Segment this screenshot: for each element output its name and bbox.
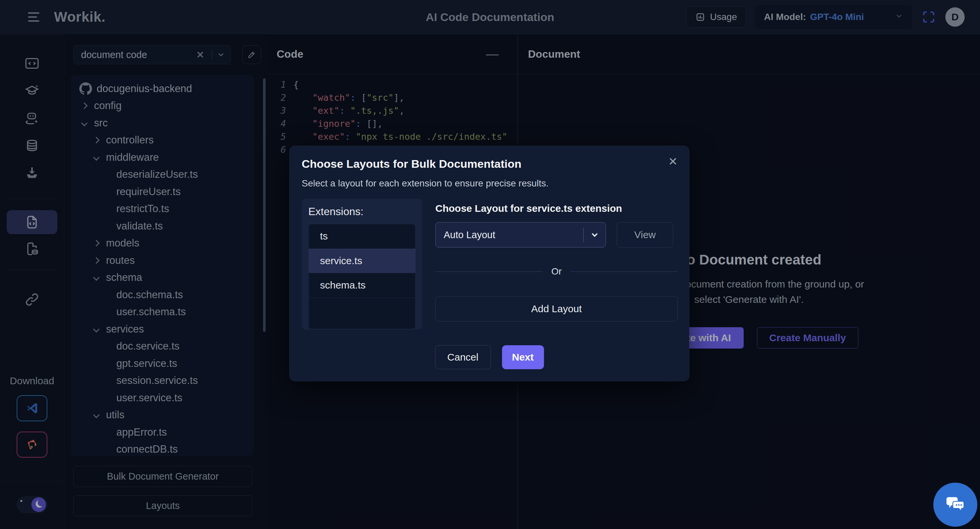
chat-bubbles-icon: [945, 495, 966, 514]
add-layout-button[interactable]: Add Layout: [435, 296, 678, 322]
or-divider: Or: [435, 266, 678, 277]
cancel-button[interactable]: Cancel: [435, 345, 491, 369]
extensions-label: Extensions:: [308, 206, 416, 218]
layout-select[interactable]: Auto Layout: [435, 222, 606, 247]
view-button[interactable]: View: [617, 222, 673, 247]
choose-layouts-modal: ✕ Choose Layouts for Bulk Documentation …: [290, 146, 689, 381]
next-button[interactable]: Next: [502, 345, 544, 369]
layout-select-row: Auto Layout View: [435, 222, 678, 247]
extension-item-service-ts[interactable]: service.ts: [309, 249, 415, 274]
layout-column: Choose Layout for service.ts extension A…: [435, 203, 678, 322]
modal-footer: Cancel Next: [290, 345, 689, 369]
chevron-down-icon: [590, 230, 600, 240]
app-screen: Workik. AI Code Documentation Usage AI M…: [0, 0, 980, 529]
close-icon[interactable]: ✕: [668, 155, 678, 168]
extension-item-ts[interactable]: ts: [309, 224, 415, 249]
extension-item-schema-ts[interactable]: schema.ts: [309, 273, 415, 298]
layout-select-value: Auto Layout: [444, 229, 583, 241]
modal-subtitle: Select a layout for each extension to en…: [302, 178, 549, 189]
select-divider: [583, 228, 584, 242]
chat-widget-button[interactable]: [933, 483, 977, 527]
modal-title: Choose Layouts for Bulk Documentation: [302, 158, 521, 170]
extensions-panel: Extensions: tsservice.tsschema.ts: [302, 199, 422, 330]
extensions-list: tsservice.tsschema.ts: [308, 224, 416, 329]
or-label: Or: [542, 266, 570, 277]
layout-heading: Choose Layout for service.ts extension: [435, 203, 678, 214]
